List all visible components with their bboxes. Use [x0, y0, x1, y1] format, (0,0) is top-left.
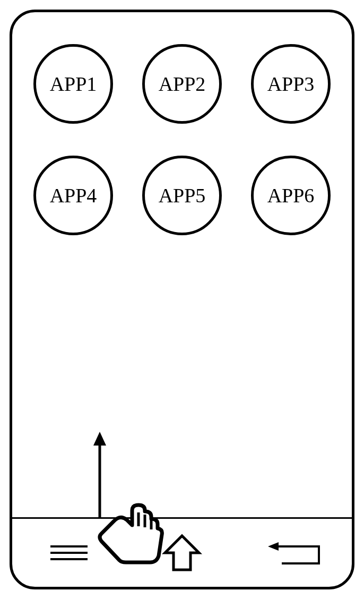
app-label: APP5: [159, 184, 206, 207]
app-icon-3[interactable]: APP3: [251, 44, 331, 124]
app-icon-4[interactable]: APP4: [33, 156, 113, 235]
back-icon: [266, 537, 324, 569]
app-icon-6[interactable]: APP6: [251, 156, 331, 235]
svg-marker-3: [165, 536, 199, 570]
phone-frame: APP1 APP2 APP3 APP4 APP5 APP6: [10, 10, 354, 589]
menu-button[interactable]: [37, 532, 101, 574]
home-arrow-up-icon: [161, 532, 203, 574]
navigation-bar: [12, 519, 352, 587]
home-screen[interactable]: APP1 APP2 APP3 APP4 APP5 APP6: [12, 28, 352, 518]
app-icon-5[interactable]: APP5: [142, 156, 222, 235]
menu-icon: [48, 542, 90, 563]
app-label: APP1: [50, 72, 97, 96]
home-button[interactable]: [150, 532, 214, 574]
app-icon-2[interactable]: APP2: [142, 44, 222, 124]
app-icon-1[interactable]: APP1: [33, 44, 113, 124]
app-label: APP4: [50, 184, 97, 207]
back-button[interactable]: [263, 532, 327, 574]
svg-marker-4: [268, 542, 279, 551]
app-label: APP6: [267, 184, 315, 207]
app-label: APP3: [267, 72, 315, 96]
app-label: APP2: [159, 72, 206, 96]
apps-grid: APP1 APP2 APP3 APP4 APP5 APP6: [33, 44, 331, 235]
